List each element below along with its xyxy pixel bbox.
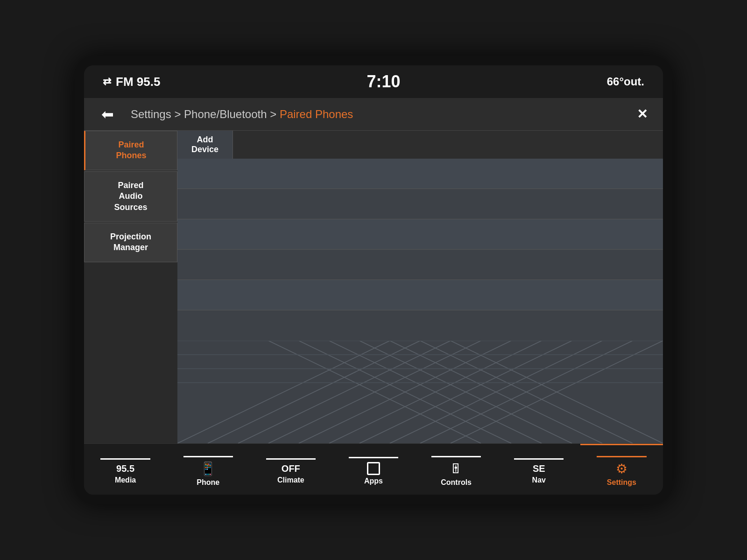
device-frame: ⇄ FM 95.5 7:10 66°out. ⬅ Settings > Phon… <box>75 56 672 504</box>
breadcrumb-active: Paired Phones <box>280 108 353 120</box>
nav-item-media[interactable]: 95.5 Media <box>84 444 167 495</box>
nav-label: Nav <box>532 476 546 484</box>
nav-item-phone[interactable]: 📱 Phone <box>167 444 249 495</box>
content-area: Paired Phones Paired Audio Sources Proje… <box>84 131 663 443</box>
header-bar: ⬅ Settings > Phone/Bluetooth > Paired Ph… <box>84 98 663 131</box>
nav-line-settings <box>597 456 646 457</box>
right-panel: Add Device <box>177 131 663 443</box>
nav-line-nav <box>514 458 564 460</box>
bottom-nav: 95.5 Media 📱 Phone OFF Climate Apps 🎚 <box>84 443 663 495</box>
tab-add-device[interactable]: Add Device <box>177 131 233 159</box>
back-button[interactable]: ⬅ <box>93 103 121 126</box>
nav-line-phone <box>183 456 233 457</box>
temperature-display: 66°out. <box>607 75 644 88</box>
media-label: Media <box>115 476 136 484</box>
breadcrumb-path: Settings > Phone/Bluetooth > <box>131 108 280 120</box>
media-value: 95.5 <box>116 463 134 474</box>
climate-label: Climate <box>277 476 304 484</box>
nav-line-apps <box>349 457 398 458</box>
status-left: ⇄ FM 95.5 <box>103 75 160 89</box>
close-icon: ✕ <box>637 106 648 122</box>
bluetooth-icon: ⇄ <box>103 76 111 88</box>
controls-icon: 🎚 <box>450 461 463 476</box>
status-bar: ⇄ FM 95.5 7:10 66°out. <box>84 65 663 98</box>
list-row <box>177 189 663 219</box>
sidebar-item-paired-audio[interactable]: Paired Audio Sources <box>84 171 177 222</box>
breadcrumb: Settings > Phone/Bluetooth > Paired Phon… <box>131 108 630 121</box>
radio-display: FM 95.5 <box>116 75 160 89</box>
back-arrow-icon: ⬅ <box>101 105 114 123</box>
svg-rect-0 <box>177 341 663 443</box>
sidebar-item-projection[interactable]: Projection Manager <box>84 223 177 262</box>
close-button[interactable]: ✕ <box>630 103 654 126</box>
climate-value: OFF <box>282 463 300 474</box>
tabs-bar: Add Device <box>177 131 663 159</box>
list-area <box>177 159 663 443</box>
phone-icon: 📱 <box>200 461 216 476</box>
list-row <box>177 280 663 310</box>
list-row <box>177 159 663 189</box>
settings-label: Settings <box>607 478 636 487</box>
phone-label: Phone <box>197 478 219 487</box>
list-row <box>177 219 663 250</box>
nav-item-nav[interactable]: SE Nav <box>498 444 580 495</box>
nav-item-settings[interactable]: ⚙ Settings <box>580 444 663 495</box>
list-row <box>177 250 663 280</box>
decorative-area <box>177 341 663 443</box>
sidebar-item-paired-phones[interactable]: Paired Phones <box>84 131 177 170</box>
sidebar: Paired Phones Paired Audio Sources Proje… <box>84 131 177 443</box>
nav-line-controls <box>431 456 481 457</box>
nav-line-media <box>100 458 150 460</box>
nav-line-climate <box>266 458 316 460</box>
nav-item-apps[interactable]: Apps <box>332 444 415 495</box>
main-content: ⬅ Settings > Phone/Bluetooth > Paired Ph… <box>84 98 663 443</box>
nav-value: SE <box>533 463 545 474</box>
screen: ⇄ FM 95.5 7:10 66°out. ⬅ Settings > Phon… <box>84 65 663 495</box>
controls-label: Controls <box>441 478 472 487</box>
nav-item-climate[interactable]: OFF Climate <box>249 444 332 495</box>
apps-icon <box>367 462 380 475</box>
apps-label: Apps <box>364 477 383 485</box>
settings-icon: ⚙ <box>616 461 627 476</box>
clock-display: 7:10 <box>367 72 401 91</box>
nav-item-controls[interactable]: 🎚 Controls <box>415 444 498 495</box>
